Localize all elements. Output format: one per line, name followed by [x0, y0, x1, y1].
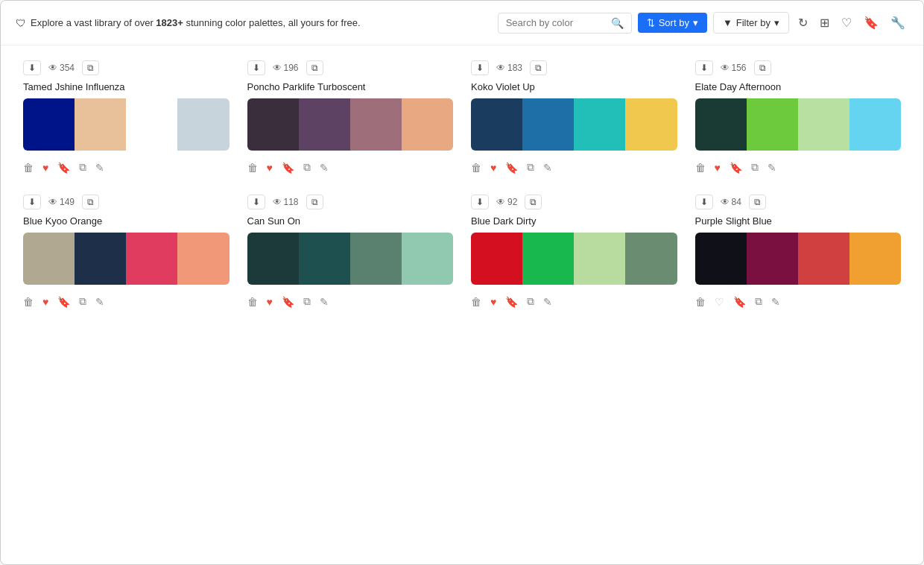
trash-button[interactable]: 🗑 — [471, 296, 481, 308]
view-number: 118 — [284, 197, 299, 207]
like-button[interactable]: ♥ — [490, 296, 496, 308]
bookmark-action-button[interactable]: 🔖 — [57, 296, 70, 308]
color-swatch — [798, 98, 849, 151]
view-count: 👁 156 — [721, 63, 747, 73]
duplicate-button[interactable]: ⧉ — [755, 295, 762, 308]
grid-button[interactable]: ⊞ — [817, 13, 832, 33]
palette-card-1: ⬇ 👁 354 ⧉ Tamed Jshine Influenza 🗑 ♥ 🔖 ⧉… — [23, 60, 230, 177]
color-swatch — [574, 233, 625, 285]
bookmark-action-button[interactable]: 🔖 — [282, 162, 294, 174]
like-button[interactable]: ♥ — [490, 162, 496, 174]
copy-button[interactable]: ⧉ — [530, 60, 547, 75]
card-actions: 🗑 ♥ 🔖 ⧉ ✎ — [247, 158, 454, 177]
card-meta: ⬇ 👁 92 ⧉ — [471, 195, 677, 209]
color-swatches — [695, 98, 902, 151]
copy-button[interactable]: ⧉ — [749, 195, 766, 209]
like-button[interactable]: ♡ — [715, 296, 724, 308]
trash-button[interactable]: 🗑 — [247, 296, 258, 308]
palette-card-8: ⬇ 👁 84 ⧉ Purple Slight Blue 🗑 ♡ 🔖 ⧉ ✎ — [695, 195, 902, 311]
trash-button[interactable]: 🗑 — [23, 162, 34, 174]
view-count: 👁 196 — [273, 63, 299, 73]
color-swatch — [695, 233, 747, 285]
bookmark-action-button[interactable]: 🔖 — [505, 162, 518, 174]
edit-button[interactable]: ✎ — [95, 162, 104, 174]
edit-button[interactable]: ✎ — [320, 296, 329, 308]
view-number: 149 — [60, 197, 75, 207]
header-tagline: 🛡 Explore a vast library of over 1823+ s… — [16, 17, 361, 29]
edit-button[interactable]: ✎ — [543, 162, 552, 174]
bookmark-action-button[interactable]: 🔖 — [730, 162, 742, 174]
duplicate-button[interactable]: ⧉ — [527, 295, 534, 308]
like-button[interactable]: ♥ — [42, 296, 48, 308]
filter-button[interactable]: ▼ Filter by ▾ — [713, 12, 789, 34]
edit-button[interactable]: ✎ — [771, 296, 780, 308]
copy-button[interactable]: ⧉ — [82, 60, 99, 75]
card-meta: ⬇ 👁 149 ⧉ — [23, 195, 230, 209]
eye-icon: 👁 — [273, 63, 282, 73]
edit-button[interactable]: ✎ — [320, 162, 329, 174]
download-button[interactable]: ⬇ — [471, 195, 489, 209]
color-swatch — [747, 98, 798, 151]
trash-button[interactable]: 🗑 — [247, 162, 258, 174]
download-button[interactable]: ⬇ — [23, 195, 41, 209]
copy-button[interactable]: ⧉ — [754, 60, 771, 75]
copy-button[interactable]: ⧉ — [306, 195, 323, 209]
download-button[interactable]: ⬇ — [471, 60, 489, 75]
eye-icon: 👁 — [48, 197, 57, 207]
trash-button[interactable]: 🗑 — [23, 296, 34, 308]
color-swatches — [695, 233, 902, 285]
sort-button[interactable]: ⇅ Sort by ▾ — [638, 13, 707, 33]
view-number: 354 — [60, 63, 75, 73]
search-bar[interactable]: 🔍 — [498, 13, 632, 34]
color-swatch — [299, 233, 350, 285]
main-content: ⬇ 👁 354 ⧉ Tamed Jshine Influenza 🗑 ♥ 🔖 ⧉… — [1, 45, 923, 333]
color-swatch — [402, 98, 453, 151]
search-input[interactable] — [506, 17, 607, 28]
edit-button[interactable]: ✎ — [95, 296, 104, 308]
duplicate-button[interactable]: ⧉ — [303, 295, 311, 308]
duplicate-button[interactable]: ⧉ — [303, 161, 311, 174]
copy-button[interactable]: ⧉ — [82, 195, 99, 209]
palette-title: Blue Dark Dirty — [471, 215, 677, 227]
like-button[interactable]: ♥ — [42, 162, 48, 174]
color-swatch — [402, 233, 453, 285]
duplicate-button[interactable]: ⧉ — [527, 161, 534, 174]
search-icon[interactable]: 🔍 — [611, 17, 624, 29]
duplicate-button[interactable]: ⧉ — [751, 161, 759, 174]
duplicate-button[interactable]: ⧉ — [79, 161, 86, 174]
color-swatch — [247, 98, 299, 151]
edit-button[interactable]: ✎ — [543, 296, 552, 308]
download-button[interactable]: ⬇ — [23, 60, 41, 75]
eye-icon: 👁 — [496, 63, 505, 73]
like-button[interactable]: ♥ — [267, 162, 273, 174]
bookmark-action-button[interactable]: 🔖 — [505, 296, 518, 308]
trash-button[interactable]: 🗑 — [695, 162, 706, 174]
eye-icon: 👁 — [721, 63, 730, 73]
view-count: 👁 183 — [496, 63, 522, 73]
download-button[interactable]: ⬇ — [247, 60, 265, 75]
download-button[interactable]: ⬇ — [695, 195, 713, 209]
bookmark-action-button[interactable]: 🔖 — [57, 162, 70, 174]
card-actions: 🗑 ♥ 🔖 ⧉ ✎ — [695, 158, 902, 177]
heart-button[interactable]: ♡ — [838, 13, 855, 33]
trash-button[interactable]: 🗑 — [695, 296, 706, 308]
bookmark-action-button[interactable]: 🔖 — [282, 296, 294, 308]
refresh-button[interactable]: ↻ — [795, 13, 811, 33]
download-button[interactable]: ⬇ — [247, 195, 265, 209]
edit-button[interactable]: ✎ — [768, 162, 776, 174]
duplicate-button[interactable]: ⧉ — [79, 295, 86, 308]
card-meta: ⬇ 👁 156 ⧉ — [695, 60, 902, 75]
like-button[interactable]: ♥ — [267, 296, 273, 308]
bookmark-button[interactable]: 🔖 — [861, 13, 882, 33]
copy-button[interactable]: ⧉ — [525, 195, 542, 209]
copy-button[interactable]: ⧉ — [306, 60, 323, 75]
like-button[interactable]: ♥ — [715, 162, 721, 174]
color-swatch — [350, 98, 402, 151]
download-button[interactable]: ⬇ — [695, 60, 713, 75]
view-count: 👁 149 — [48, 197, 75, 207]
app-frame: 🛡 Explore a vast library of over 1823+ s… — [0, 0, 924, 565]
settings-button[interactable]: 🔧 — [887, 13, 908, 33]
bookmark-action-button[interactable]: 🔖 — [733, 296, 746, 308]
color-swatch — [299, 98, 350, 151]
trash-button[interactable]: 🗑 — [471, 162, 481, 174]
